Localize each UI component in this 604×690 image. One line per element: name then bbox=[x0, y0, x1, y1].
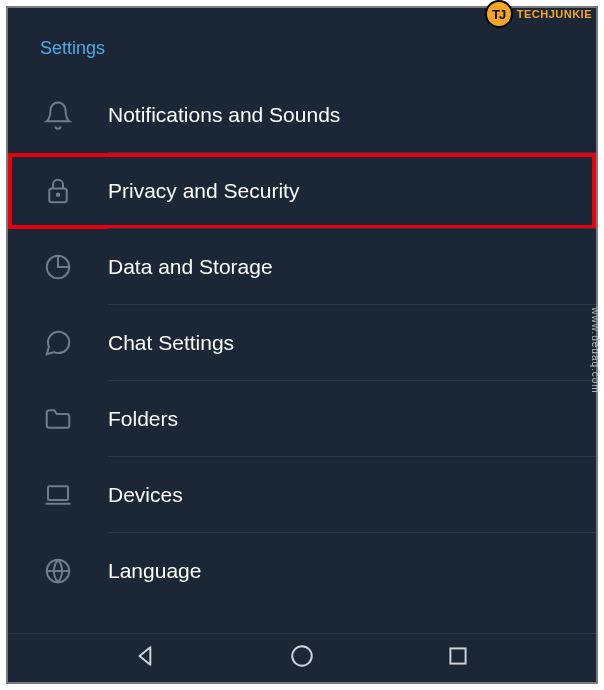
menu-item-notifications[interactable]: Notifications and Sounds bbox=[8, 77, 596, 153]
chat-icon bbox=[8, 328, 108, 358]
watermark-logo: TJ TECHJUNKIE bbox=[485, 0, 592, 28]
pie-chart-icon bbox=[8, 252, 108, 282]
nav-home-icon[interactable] bbox=[289, 643, 315, 673]
logo-brand-text: TECHJUNKIE bbox=[517, 8, 592, 20]
nav-recent-icon[interactable] bbox=[445, 643, 471, 673]
nav-back-icon[interactable] bbox=[133, 643, 159, 673]
svg-rect-3 bbox=[48, 486, 68, 500]
menu-item-language[interactable]: Language bbox=[8, 533, 596, 609]
menu-label: Devices bbox=[108, 483, 183, 507]
settings-screen: Settings Notifications and Sounds Privac… bbox=[8, 8, 596, 682]
menu-item-folders[interactable]: Folders bbox=[8, 381, 596, 457]
app-frame: Settings Notifications and Sounds Privac… bbox=[6, 6, 598, 684]
menu-item-chat-settings[interactable]: Chat Settings bbox=[8, 305, 596, 381]
svg-point-1 bbox=[57, 194, 60, 197]
menu-label: Privacy and Security bbox=[108, 179, 299, 203]
bell-icon bbox=[8, 100, 108, 130]
svg-point-7 bbox=[292, 646, 312, 666]
svg-rect-8 bbox=[450, 648, 465, 663]
folder-icon bbox=[8, 404, 108, 434]
logo-badge: TJ bbox=[485, 0, 513, 28]
globe-icon bbox=[8, 556, 108, 586]
menu-label: Notifications and Sounds bbox=[108, 103, 340, 127]
watermark-side-text: www.deuaq.com bbox=[589, 307, 600, 393]
laptop-icon bbox=[8, 480, 108, 510]
settings-menu-list: Notifications and Sounds Privacy and Sec… bbox=[8, 77, 596, 609]
android-nav-bar bbox=[8, 633, 596, 682]
menu-item-data-storage[interactable]: Data and Storage bbox=[8, 229, 596, 305]
menu-item-devices[interactable]: Devices bbox=[8, 457, 596, 533]
menu-item-privacy[interactable]: Privacy and Security bbox=[8, 153, 596, 229]
menu-label: Folders bbox=[108, 407, 178, 431]
menu-label: Language bbox=[108, 559, 201, 583]
menu-label: Data and Storage bbox=[108, 255, 273, 279]
lock-icon bbox=[8, 176, 108, 206]
section-header-partial bbox=[8, 609, 596, 633]
menu-label: Chat Settings bbox=[108, 331, 234, 355]
